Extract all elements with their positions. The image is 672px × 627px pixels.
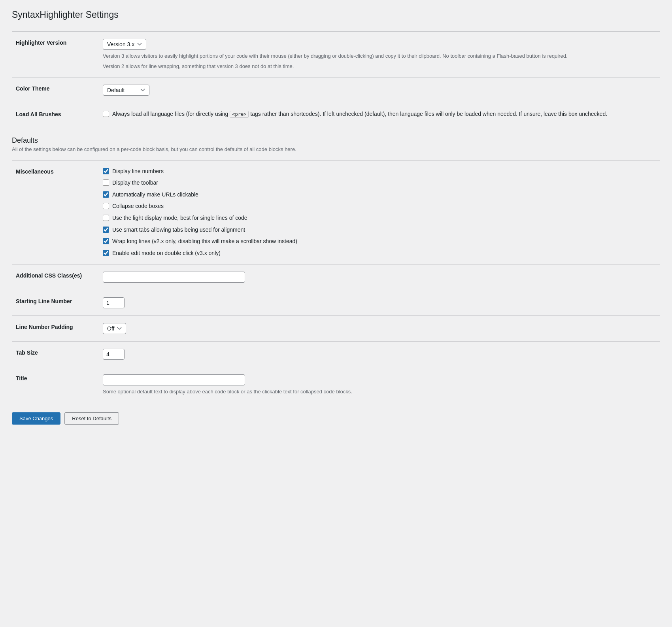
display-toolbar-checkbox[interactable] (103, 179, 109, 186)
additional-css-label: Additional CSS Class(es) (16, 272, 82, 279)
checkbox-display-line-numbers: Display line numbers (103, 168, 656, 176)
load-all-brushes-label: Load All Brushes (16, 111, 61, 117)
row-additional-css: Additional CSS Class(es) (12, 264, 660, 290)
auto-links-checkbox[interactable] (103, 191, 109, 198)
row-line-number-padding: Line Number Padding Off On (12, 316, 660, 342)
title-input[interactable] (103, 374, 245, 385)
edit-mode-label: Enable edit mode on double click (v3.x o… (112, 249, 221, 257)
wrap-lines-checkbox[interactable] (103, 238, 109, 244)
button-row: Save Changes Reset to Defaults (12, 412, 660, 425)
row-tab-size: Tab Size (12, 342, 660, 367)
line-number-padding-label: Line Number Padding (16, 324, 73, 330)
auto-links-label: Automatically make URLs clickable (112, 191, 198, 199)
defaults-heading: Defaults (12, 136, 660, 145)
display-line-numbers-checkbox[interactable] (103, 168, 109, 174)
line-number-padding-select[interactable]: Off On (103, 323, 126, 334)
collapse-label: Collapse code boxes (112, 202, 164, 210)
checkbox-light-mode: Use the light display mode, best for sin… (103, 214, 656, 222)
highlighter-version-select[interactable]: Version 3.x Version 2.x (103, 39, 146, 50)
checkbox-auto-links: Automatically make URLs clickable (103, 191, 656, 199)
highlighter-version-desc2: Version 2 allows for line wrapping, some… (103, 62, 656, 70)
display-line-numbers-label: Display line numbers (112, 168, 164, 176)
checkbox-smart-tabs: Use smart tabs allowing tabs being used … (103, 226, 656, 234)
save-changes-button[interactable]: Save Changes (12, 412, 60, 425)
starting-line-number-input[interactable] (103, 297, 125, 308)
row-color-theme: Color Theme Default Django Eclipse Emacs… (12, 77, 660, 103)
starting-line-number-label: Starting Line Number (16, 298, 72, 304)
smart-tabs-checkbox[interactable] (103, 227, 109, 233)
pre-tag-code: <pre> (230, 111, 249, 118)
load-all-brushes-desc: Always load all language files (for dire… (112, 110, 607, 118)
collapse-checkbox[interactable] (103, 203, 109, 209)
page-title: SyntaxHighlighter Settings (12, 9, 660, 20)
row-title: Title Some optional default text to disp… (12, 367, 660, 403)
title-label: Title (16, 375, 27, 381)
settings-table: Highlighter Version Version 3.x Version … (12, 31, 660, 125)
light-mode-label: Use the light display mode, best for sin… (112, 214, 247, 222)
checkbox-collapse: Collapse code boxes (103, 202, 656, 210)
title-description: Some optional default text to display ab… (103, 388, 656, 396)
color-theme-label: Color Theme (16, 85, 50, 92)
row-load-all-brushes: Load All Brushes Always load all languag… (12, 103, 660, 125)
tab-size-label: Tab Size (16, 349, 38, 356)
row-miscellaneous: Miscellaneous Display line numbers Displ… (12, 160, 660, 264)
checkbox-display-toolbar: Display the toolbar (103, 179, 656, 187)
light-mode-checkbox[interactable] (103, 215, 109, 221)
row-highlighter-version: Highlighter Version Version 3.x Version … (12, 32, 660, 77)
checkbox-wrap-lines: Wrap long lines (v2.x only, disabling th… (103, 238, 656, 246)
edit-mode-checkbox[interactable] (103, 250, 109, 256)
tab-size-input[interactable] (103, 349, 125, 360)
load-all-brushes-checkbox[interactable] (103, 111, 109, 117)
display-toolbar-label: Display the toolbar (112, 179, 158, 187)
defaults-table: Miscellaneous Display line numbers Displ… (12, 160, 660, 403)
checkbox-edit-mode: Enable edit mode on double click (v3.x o… (103, 249, 656, 257)
smart-tabs-label: Use smart tabs allowing tabs being used … (112, 226, 245, 234)
miscellaneous-label: Miscellaneous (16, 168, 54, 175)
row-starting-line-number: Starting Line Number (12, 290, 660, 316)
load-all-brushes-row: Always load all language files (for dire… (103, 110, 656, 118)
additional-css-input[interactable] (103, 272, 245, 283)
color-theme-select[interactable]: Default Django Eclipse Emacs FadeToGrey … (103, 85, 149, 96)
highlighter-version-desc1: Version 3 allows visitors to easily high… (103, 52, 656, 60)
defaults-section: Defaults All of the settings below can b… (12, 136, 660, 403)
defaults-description: All of the settings below can be configu… (12, 146, 660, 152)
wrap-lines-label: Wrap long lines (v2.x only, disabling th… (112, 238, 297, 246)
reset-to-defaults-button[interactable]: Reset to Defaults (64, 412, 119, 425)
highlighter-version-label: Highlighter Version (16, 40, 66, 46)
